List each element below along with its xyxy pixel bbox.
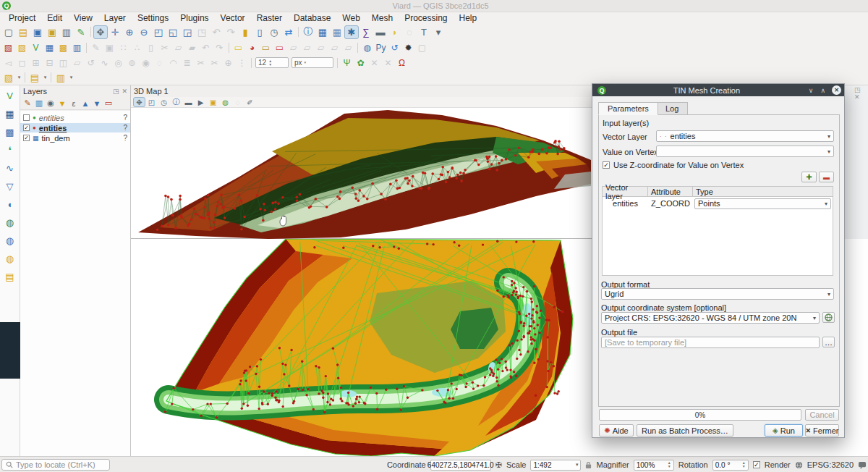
print-layout-icon[interactable]: ▥ bbox=[59, 25, 74, 39]
menu-raster[interactable]: Raster bbox=[251, 13, 288, 23]
measure-3d-icon[interactable]: ▬ bbox=[182, 97, 195, 107]
add-vector-layer-icon[interactable]: V bbox=[29, 41, 43, 54]
expand-all-icon[interactable]: ▲ bbox=[80, 98, 91, 109]
hidden-panel-dock-icons[interactable]: ◳ ✕ bbox=[854, 86, 868, 101]
fill-ring-icon[interactable]: ◉ bbox=[139, 56, 153, 69]
annotation-dropdown-icon[interactable]: ▾ bbox=[431, 25, 446, 39]
map3d-view[interactable] bbox=[131, 108, 597, 238]
new-bookmark-icon[interactable]: ▮ bbox=[238, 25, 252, 39]
map-tips-icon[interactable]: ◗ bbox=[388, 25, 402, 39]
crs-globe-icon[interactable] bbox=[795, 461, 803, 469]
export-scene-icon[interactable]: ◍ bbox=[219, 97, 231, 107]
layer-labeling-icon[interactable]: ▭ bbox=[231, 41, 245, 54]
label-pin-icon[interactable]: ▭ bbox=[273, 41, 286, 54]
dialog-close-icon[interactable]: ✕ bbox=[832, 85, 841, 95]
menu-vector[interactable]: Vector bbox=[215, 13, 251, 23]
add-mesh-layer-icon[interactable]: ▩ bbox=[56, 41, 70, 54]
close-panel-icon[interactable]: ✕ bbox=[122, 88, 127, 95]
split-parts-icon[interactable]: ✂ bbox=[208, 56, 221, 69]
text-annotation-icon[interactable]: T bbox=[417, 25, 431, 39]
menu-view[interactable]: View bbox=[68, 13, 98, 23]
add-row-button[interactable]: ✚ bbox=[801, 172, 817, 182]
copy-move-icon[interactable]: ▱ bbox=[70, 56, 84, 69]
output-format-combo[interactable]: Ugrid ▾ bbox=[601, 288, 834, 300]
pan-to-selection-icon[interactable]: ✛ bbox=[108, 25, 122, 39]
rotate-feature-icon[interactable]: ↺ bbox=[84, 56, 98, 69]
topology-checker-icon[interactable]: ✿ bbox=[354, 56, 367, 69]
cut-features-icon[interactable]: ✂ bbox=[158, 41, 171, 54]
processing-history-icon[interactable]: ↺ bbox=[388, 41, 401, 54]
camera-pan-icon[interactable]: ✥ bbox=[133, 97, 145, 107]
unit-combo[interactable]: px▾ bbox=[292, 57, 333, 68]
open-project-icon[interactable]: ▤ bbox=[16, 25, 30, 39]
menu-plugins[interactable]: Plugins bbox=[174, 13, 214, 23]
reshape-icon[interactable]: ≣ bbox=[180, 56, 194, 69]
add-raster-layer-icon[interactable]: ▦ bbox=[43, 41, 56, 54]
deselect-dropdown-icon[interactable]: ▾ bbox=[68, 71, 75, 85]
select-features-mini-icon[interactable]: ▧ bbox=[1, 71, 16, 85]
add-gps-rail-icon[interactable]: ∿ bbox=[2, 161, 18, 175]
help-button[interactable]: ✺ Aide bbox=[599, 424, 634, 437]
statistics-icon[interactable]: ∑ bbox=[359, 25, 373, 39]
coordinate-field[interactable]: 640272.5,1804741.0 bbox=[430, 460, 491, 471]
new-project-icon[interactable]: ▢ bbox=[1, 25, 16, 39]
delete-ring-icon[interactable]: ◌ bbox=[153, 56, 166, 69]
vertex-tool-icon[interactable]: ∴ bbox=[130, 41, 144, 54]
animation-3d-icon[interactable]: ◷ bbox=[158, 97, 170, 107]
crs-status[interactable]: EPSG:32620 bbox=[807, 460, 854, 469]
python-console-icon[interactable]: Py bbox=[374, 41, 388, 54]
add-raster-rail-icon[interactable]: ▦ bbox=[2, 106, 18, 121]
data-source-manager-icon[interactable]: ▧ bbox=[1, 41, 15, 54]
debugging-tools-icon[interactable]: ✹ bbox=[401, 41, 415, 54]
menu-settings[interactable]: Settings bbox=[132, 13, 174, 23]
offset-curve-icon[interactable]: ◠ bbox=[166, 56, 180, 69]
layer-item-entities-points[interactable]: ● entities ? bbox=[20, 113, 130, 122]
zoom-next-icon[interactable]: ↷ bbox=[224, 25, 238, 39]
effects-3d-icon[interactable]: ◌ bbox=[231, 97, 244, 107]
snapping-toggle-icon[interactable]: Ω bbox=[395, 56, 409, 69]
menu-web[interactable]: Web bbox=[336, 13, 365, 23]
magnifier-spin[interactable]: 100% ▲▼ bbox=[634, 460, 674, 471]
layer-item-tin-dem[interactable]: ✓ ▦ tin_dem ? bbox=[20, 133, 130, 143]
identify-3d-icon[interactable]: ⓘ bbox=[170, 97, 182, 107]
add-wms-rail-icon[interactable]: ◍ bbox=[2, 215, 18, 229]
simplify-feature-icon[interactable]: ∿ bbox=[98, 56, 111, 69]
filter-legend-icon[interactable]: ▼ bbox=[56, 98, 68, 109]
add-mesh-rail-icon[interactable]: ▩ bbox=[2, 125, 18, 139]
label-move-icon[interactable]: ▱ bbox=[300, 41, 314, 54]
filter-expression-icon[interactable]: ε bbox=[68, 98, 80, 109]
zoom-to-layer-icon[interactable]: ◲ bbox=[180, 25, 195, 39]
add-part-icon[interactable]: ⊚ bbox=[125, 56, 139, 69]
construction-guides-icon[interactable]: ◻ bbox=[15, 56, 29, 69]
add-feature-icon[interactable]: ∷ bbox=[116, 41, 130, 54]
layers-mini-icon[interactable]: ▤ bbox=[27, 71, 42, 85]
add-layer-group-icon[interactable]: ▨ bbox=[15, 41, 29, 54]
attribute-table-icon[interactable]: ▦ bbox=[315, 25, 330, 39]
add-delimited-rail-icon[interactable]: ❛ bbox=[2, 143, 18, 157]
measure-icon[interactable]: ▬ bbox=[373, 25, 388, 39]
zoom-in-icon[interactable]: ⊕ bbox=[122, 25, 137, 39]
dialog-title-bar[interactable]: Q TIN Mesh Creation ∨ ∧ ✕ bbox=[592, 84, 844, 96]
layer-checkbox[interactable] bbox=[23, 114, 30, 121]
deselect-mini-icon[interactable]: ▥ bbox=[54, 71, 68, 85]
field-calculator-icon[interactable]: ▦ bbox=[330, 25, 344, 39]
menu-help[interactable]: Help bbox=[454, 13, 483, 23]
layer-badge[interactable]: ? bbox=[123, 114, 127, 122]
rotation-spin[interactable]: 0.0 ° ▲▼ bbox=[712, 460, 749, 471]
play-animation-icon[interactable]: ▶ bbox=[195, 97, 207, 107]
label-highlight-icon[interactable]: ▱ bbox=[286, 41, 300, 54]
run-button[interactable]: ◈ Run bbox=[765, 424, 803, 437]
trim-extend-icon[interactable]: ⋮ bbox=[235, 56, 249, 69]
zoom-full-3d-icon[interactable]: ◰ bbox=[145, 97, 158, 107]
browse-file-button[interactable]: … bbox=[822, 337, 835, 347]
undo-icon[interactable]: ↶ bbox=[199, 41, 213, 54]
menu-mesh[interactable]: Mesh bbox=[366, 13, 399, 23]
metasearch-icon[interactable]: ◍ bbox=[360, 41, 374, 54]
lock-icon[interactable] bbox=[585, 461, 592, 469]
style-manager-icon[interactable]: ✎ bbox=[74, 25, 88, 39]
menu-project[interactable]: Project bbox=[3, 13, 41, 23]
save-edits-icon[interactable]: ▣ bbox=[103, 41, 116, 54]
zoom-native-icon[interactable]: ◳ bbox=[195, 25, 209, 39]
locator-input[interactable]: Type to locate (Ctrl+K) bbox=[1, 459, 110, 471]
temporal-controller-icon[interactable]: ◷ bbox=[267, 25, 281, 39]
